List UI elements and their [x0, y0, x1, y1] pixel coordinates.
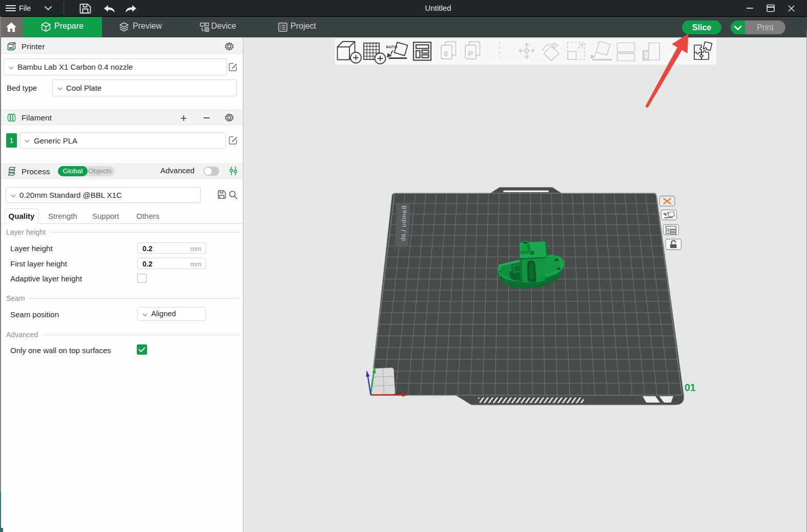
svg-text:File: File: [19, 4, 31, 12]
svg-text:AUTO: AUTO: [664, 212, 670, 215]
svg-text:01: 01: [685, 382, 696, 393]
svg-text:Bambu Lab: Bambu Lab: [400, 206, 408, 242]
